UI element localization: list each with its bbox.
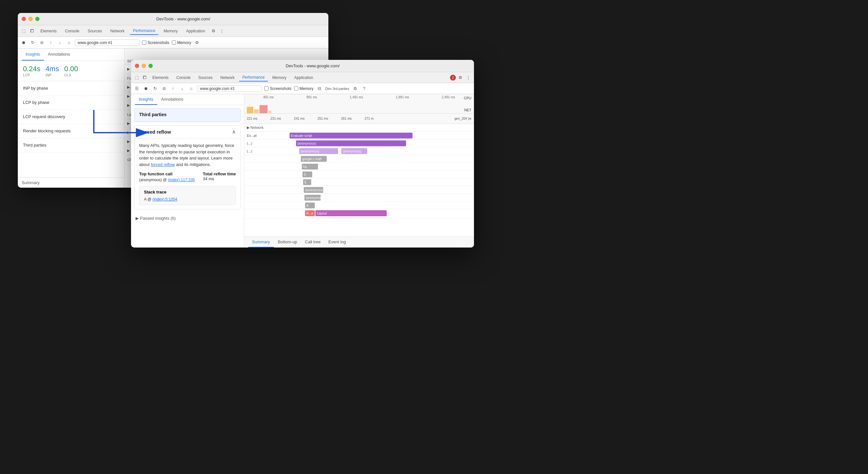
back-insights-panel: Insights Annotations 0.24s LCP 4ms INP 0… (18, 49, 125, 188)
insight-inp-phase-back[interactable]: INP by phase (18, 81, 124, 95)
stack-link[interactable]: (index):5:1054 (152, 197, 177, 201)
e-bar[interactable]: E (303, 179, 311, 185)
collapse-icon[interactable]: ∧ (232, 129, 236, 135)
tab-performance-back[interactable]: Performance (130, 27, 158, 35)
record-icon-front[interactable]: ⏺ (143, 86, 149, 92)
insight-third-parties-back[interactable]: Third parties (18, 138, 124, 152)
insight-lcp-request-back[interactable]: LCP request discovery (18, 110, 124, 124)
memory-checkbox-back[interactable]: Memory (172, 40, 191, 45)
back-window-title: DevTools - www.google.com/ (42, 17, 324, 21)
tab-application-back[interactable]: Application (183, 28, 208, 35)
insight-render-blocking-back[interactable]: Render blocking requests (18, 124, 124, 138)
address-input-back[interactable]: www.google.com #1 (75, 39, 140, 46)
forced-reflow-header[interactable]: Forced reflow ∧ (134, 126, 240, 138)
record-icon-back[interactable]: ⏺ (20, 39, 27, 46)
memory-checkbox-front[interactable]: Memory (294, 86, 313, 91)
tab-network-front[interactable]: Network (217, 74, 238, 81)
evaluate-script-bar[interactable]: Evaluate script (289, 133, 412, 138)
device-icon-front[interactable]: ⧠ (142, 74, 148, 81)
track-network-front: ▶ Network (244, 124, 474, 132)
anon-bar-1[interactable]: (anonymous) (296, 140, 406, 146)
device-icon[interactable]: ⧠ (29, 28, 35, 34)
tab-performance-front[interactable]: Performance (239, 74, 268, 82)
tab-sources-back[interactable]: Sources (85, 28, 105, 35)
anon-bar-4[interactable]: (anonymous) (304, 187, 323, 193)
tab-application-front[interactable]: Application (291, 74, 316, 81)
a-bar[interactable]: A (305, 202, 315, 209)
tab-elements-back[interactable]: Elements (37, 28, 60, 35)
cpu-throttle-icon[interactable]: ⊟ (316, 86, 322, 92)
third-parties-section[interactable]: Third parties (134, 108, 241, 122)
tab-insights-front[interactable]: Insights (135, 94, 157, 105)
screenshots-checkbox-back[interactable]: Screenshots (142, 40, 169, 45)
forced-reflow-title: Forced reflow (139, 129, 171, 135)
address-input-front[interactable]: www.google.com #1 (197, 86, 262, 92)
tab-insights-back[interactable]: Insights (22, 49, 44, 61)
tab-sources-front[interactable]: Sources (195, 74, 216, 81)
tab-memory-back[interactable]: Memory (160, 28, 181, 35)
screenshots-checkbox-front[interactable]: Screenshots (264, 86, 291, 91)
error-badge-front: 2 (450, 75, 456, 81)
inspector-icon-front[interactable]: ⬚ (134, 74, 140, 81)
tab-annotations-front[interactable]: Annotations (157, 94, 187, 105)
upload-icon-front[interactable]: ↑ (170, 86, 176, 92)
tab-memory-front[interactable]: Memory (269, 74, 289, 81)
front-overview-chart[interactable]: CPU NET 491 ms 991 ms 1,491 ms 1,991 ms … (244, 94, 474, 114)
passed-insights[interactable]: ▶ Passed insights (6) (131, 213, 244, 224)
maximize-button-front[interactable] (149, 64, 153, 68)
tab-console-front[interactable]: Console (173, 74, 194, 81)
sidebar-icon-front[interactable]: ☰ (134, 86, 140, 92)
download-icon-back[interactable]: ↓ (57, 39, 63, 46)
layout-bar[interactable]: Layout (315, 210, 386, 216)
tab-eventlog-front[interactable]: Event log (324, 237, 350, 248)
home-icon-back[interactable]: ⌂ (66, 39, 72, 46)
settings-back[interactable]: ⚙ (210, 28, 217, 34)
settings-front[interactable]: ⚙ (457, 74, 464, 81)
tab-calltree-front[interactable]: Call tree (301, 237, 324, 248)
more-back[interactable]: ⋮ (219, 28, 225, 34)
home-icon-front[interactable]: ⌂ (188, 86, 194, 92)
download-icon-front[interactable]: ↓ (179, 86, 185, 92)
gcmaft-bar[interactable]: google.c.maft (301, 156, 327, 162)
fr-function-link[interactable]: (index):117:335 (168, 178, 195, 182)
reload-icon-back[interactable]: ↻ (29, 39, 36, 46)
track-anon-2: (...) (anonymous) (anonymous) (244, 147, 474, 155)
reflow-start-bar[interactable]: R...e (305, 210, 315, 216)
track-anon-3: (anonymous) (244, 186, 474, 194)
ruler-tick-front-3: 1,491 ms (350, 95, 363, 99)
settings2-back[interactable]: ⚙ (194, 39, 200, 46)
minimize-button-back[interactable] (28, 17, 33, 21)
close-button-front[interactable] (135, 64, 139, 68)
ha-bar[interactable]: ha (302, 164, 318, 169)
settings3-front[interactable]: ⚙ (352, 86, 359, 92)
more-front[interactable]: ⋮ (465, 74, 471, 81)
maximize-button-back[interactable] (35, 17, 39, 21)
s-bar[interactable]: S (303, 171, 312, 177)
insight-lcp-phase-back[interactable]: LCP by phase (18, 95, 124, 110)
tab-network-back[interactable]: Network (107, 28, 128, 35)
stop-icon-back[interactable]: ⊘ (38, 39, 45, 46)
tab-console-back[interactable]: Console (62, 28, 83, 35)
back-summary-tab[interactable]: Summary (18, 177, 124, 188)
back-insights-tabs: Insights Annotations (18, 49, 124, 61)
reload-icon-front[interactable]: ↻ (152, 86, 158, 92)
anon-1-content: (anonymous) (270, 139, 474, 147)
inspector-icon[interactable]: ⬚ (20, 28, 27, 34)
anon-bar-3[interactable]: (anonymous) (341, 148, 367, 154)
minimize-button-front[interactable] (142, 64, 146, 68)
anon-bar-5[interactable]: (anonymous) (304, 195, 320, 200)
anon-bar-2[interactable]: (anonymous) (299, 148, 338, 154)
back-insights-list: INP by phase LCP by phase LCP request di… (18, 81, 124, 177)
tab-bottomup-front[interactable]: Bottom-up (274, 237, 301, 248)
tab-annotations-back[interactable]: Annotations (44, 49, 74, 61)
track-anon-4: (anonymous) (244, 194, 474, 201)
forced-reflow-link[interactable]: forced reflow (151, 162, 175, 167)
cls-label-back: CLS (64, 73, 78, 77)
upload-icon-back[interactable]: ↑ (48, 39, 54, 46)
tab-summary-front[interactable]: Summary (248, 237, 274, 248)
tab-elements-front[interactable]: Elements (149, 74, 172, 81)
fr-top-function: Top function call (anonymous) @ (index):… (139, 171, 195, 182)
stop-icon-front[interactable]: ⊘ (161, 86, 167, 92)
close-button-back[interactable] (22, 17, 26, 21)
help-icon-front[interactable]: ? (361, 86, 368, 92)
